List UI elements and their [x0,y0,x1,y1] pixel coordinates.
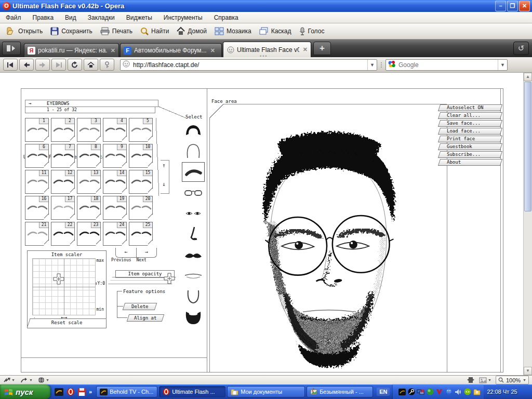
scrollbar-thumb[interactable] [524,82,531,211]
redo-menu-button[interactable]: ▼ [20,377,33,383]
new-tab-button[interactable]: + [313,42,331,55]
eyebrow-thumbnail[interactable]: 23 [77,222,101,246]
eyebrow-thumbnail[interactable]: 18 [77,196,101,220]
search-dropdown-icon[interactable]: ▼ [498,60,507,70]
tab-forum[interactable]: F Автомобильные Форум... ✕ [120,43,222,57]
eyebrow-thumbnail[interactable]: 19 [103,196,127,220]
eyebrow-thumbnail[interactable]: 6 [25,144,49,168]
eyebrow-thumbnail[interactable]: 5 [129,118,153,142]
select-mustache-icon[interactable] [182,245,205,265]
select-beard-icon[interactable] [182,308,205,327]
tray-steam-icon[interactable] [407,388,415,396]
scaler-handle[interactable] [53,273,64,285]
select-hair-icon[interactable] [182,121,205,140]
select-chin-icon[interactable] [182,287,205,307]
eyebrow-thumbnail[interactable]: 14 [103,170,127,194]
language-indicator[interactable]: EN [377,388,390,396]
eyebrow-thumbnail[interactable]: 12 [51,170,75,194]
page-scrollbar[interactable]: ▲ ▼ [523,73,532,375]
previous-arrow-button[interactable]: ← [116,248,137,257]
tray-update-icon[interactable] [473,388,481,396]
eyebrow-thumbnail[interactable]: 4 [103,118,127,142]
rewind-button[interactable] [3,59,18,71]
composite-face[interactable] [227,110,430,370]
tray-volume-icon[interactable] [454,388,462,396]
eyebrow-thumbnail[interactable]: 17 [51,196,75,220]
zoom-control[interactable]: 100% ▼ [496,376,529,384]
opera-quick-icon[interactable] [66,388,75,396]
select-glasses-icon[interactable] [182,183,205,203]
panel-toggle-button[interactable] [2,42,21,55]
start-button[interactable]: пуск [0,384,50,399]
guestbook-button[interactable]: Guestbook [438,143,502,150]
scroll-up-icon[interactable]: ▲ [524,73,532,81]
about-button[interactable]: About [438,159,502,166]
task-behold-tv[interactable]: Behold TV - Ch... [96,386,157,397]
select-lips-icon[interactable] [182,266,205,286]
fit-width-icon[interactable] [467,377,475,383]
print-face-button[interactable]: Print face [438,136,502,142]
find-button[interactable]: Найти [136,25,172,37]
behold-tv-quick-icon[interactable] [55,388,63,396]
voice-button[interactable]: Голос [295,25,328,37]
search-input[interactable] [397,61,498,69]
forward-button[interactable] [35,59,50,71]
clear-all-button[interactable]: Clear all... [438,112,502,119]
menu-view[interactable]: Вид [59,13,82,22]
menu-bookmarks[interactable]: Закладки [82,13,121,22]
tab-close-icon[interactable]: ✕ [303,46,308,53]
subscribe-button[interactable]: Subscribe... [438,151,502,158]
menu-tools[interactable]: Инструменты [158,13,208,22]
eyebrow-thumbnail[interactable]: 8 [77,144,101,168]
scroll-down-icon[interactable]: ▼ [524,367,532,375]
address-dropdown-icon[interactable]: ▼ [367,60,377,70]
eyebrow-thumbnail[interactable]: 25 [129,222,153,246]
next-arrow-button[interactable]: → [137,248,157,257]
tray-green-orb-icon[interactable] [426,388,434,396]
scaler-grid[interactable] [32,258,96,315]
eyebrow-thumbnail[interactable]: 3 [77,118,101,142]
address-field[interactable]: ▼ [120,59,377,71]
menu-file[interactable]: Файл [0,13,27,22]
eyebrow-thumbnail[interactable]: 9 [103,144,127,168]
menu-widgets[interactable]: Виджеты [121,13,158,22]
taskbar-clock[interactable]: 22:08 Чт 25 [484,389,521,395]
tray-nvidia-icon[interactable] [463,388,471,396]
reload-button[interactable] [68,59,82,71]
reset-scale-button[interactable]: Reset scale [27,318,106,327]
select-head-icon[interactable] [182,141,205,161]
eyebrow-thumbnail[interactable]: 21 [25,222,49,246]
eyebrow-thumbnail[interactable]: 1 [25,118,49,142]
autoselect-button[interactable]: Autoselect ON [438,104,502,111]
print-button[interactable]: Печать [96,25,136,37]
restore-button[interactable]: ❐ [507,1,518,11]
eyebrow-thumbnail[interactable]: 2 [51,118,75,142]
quicklaunch-overflow-icon[interactable]: » [89,389,92,395]
images-toggle-button[interactable]: ▼ [479,377,491,383]
home-button[interactable]: Домой [172,25,210,37]
quick-nav-button[interactable]: ▼ [3,377,15,383]
save-button[interactable]: Сохранить [46,25,96,37]
zoom-dropdown-icon[interactable]: ▼ [523,378,526,382]
eyebrow-thumbnail[interactable]: 16 [25,196,49,220]
save-face-button[interactable]: Save face... [438,120,502,127]
open-button[interactable]: Открыть [2,25,46,37]
globe-menu-button[interactable]: ▼ [38,377,49,383]
select-nose-icon[interactable] [182,224,205,244]
task-paint[interactable]: Безымянный - ... [307,386,373,397]
field-splitter-handle[interactable] [380,61,383,69]
menu-edit[interactable]: Правка [27,13,60,22]
tab-yandex[interactable]: Я pokatili.ru — Яндекс: на... ✕ [24,43,119,57]
task-ultimate-flash[interactable]: Ultimate Flash ... [159,386,225,397]
fast-forward-button[interactable] [51,59,66,71]
opacity-slider-handle[interactable] [164,273,175,284]
eyebrow-thumbnail[interactable]: 20 [129,196,153,220]
tray-network-off-icon[interactable] [417,388,424,396]
password-wand-button[interactable] [100,59,114,71]
menu-help[interactable]: Справка [208,13,244,22]
eyebrow-thumbnail[interactable]: 24 [103,222,127,246]
select-eyebrows-icon[interactable] [182,162,205,182]
search-field[interactable]: ▼ [385,59,508,71]
tray-tv-icon[interactable] [398,388,406,396]
home-nav-button[interactable] [84,59,98,71]
